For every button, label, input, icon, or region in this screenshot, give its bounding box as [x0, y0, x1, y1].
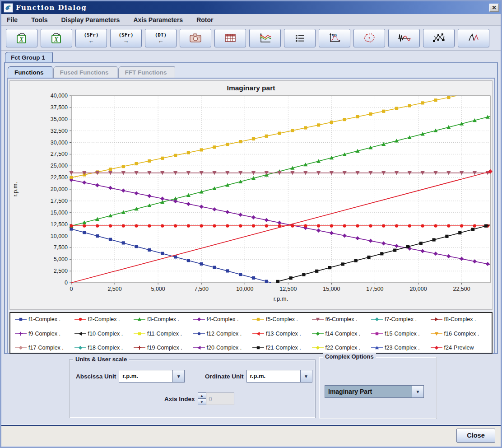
legend-label: f11-Complex . — [147, 331, 182, 337]
legend-item-2: f2-Complex . — [74, 316, 134, 322]
list-button[interactable] — [284, 29, 316, 47]
abscissa-unit-select[interactable]: r.p.m. — [119, 370, 185, 383]
legend-item-3: f3-Complex . — [134, 316, 193, 322]
svg-text:40,000: 40,000 — [51, 93, 68, 99]
dt-import-button[interactable]: (DT)← — [145, 29, 177, 47]
legend-item-5: f5-Complex . — [252, 316, 312, 322]
triangle-left-marker-icon — [193, 345, 205, 350]
orbit-button[interactable] — [353, 29, 385, 47]
chart-legend: f1-Complex .f2-Complex .f3-Complex .f4-C… — [9, 312, 493, 354]
chevron-down-icon[interactable] — [300, 370, 312, 382]
svg-text:32,500: 32,500 — [51, 128, 68, 134]
arrow-icon: ← — [158, 38, 164, 44]
legend-label: f8-Complex . — [444, 316, 476, 322]
complex-options-group: Complex Options Imaginary Part — [319, 357, 437, 419]
chevron-down-icon[interactable] — [172, 370, 184, 382]
svg-text:r.p.m.: r.p.m. — [12, 182, 19, 197]
waveform-button[interactable] — [388, 29, 420, 47]
group-tab-row: Fct Group 1 — [1, 51, 501, 62]
svg-text:22,500: 22,500 — [453, 286, 470, 292]
app-icon — [4, 3, 13, 13]
excel-import-button[interactable]: X — [6, 29, 37, 47]
ordinate-unit-select[interactable]: r.p.m. — [246, 370, 312, 383]
legend-item-11: f11-Complex . — [134, 331, 193, 337]
legend-label: f16-Complex . — [444, 331, 479, 337]
complex-part-select[interactable]: Imaginary Part — [325, 385, 424, 398]
svg-text:12,500: 12,500 — [279, 286, 297, 292]
svg-text:r.p.m.: r.p.m. — [274, 295, 288, 302]
sfr-import-button[interactable]: (SFr)← — [75, 29, 107, 47]
curves-button[interactable] — [249, 29, 281, 47]
legend-item-9: f9-Complex . — [15, 331, 74, 337]
tab-fft-functions: FFT Functions — [118, 66, 176, 78]
menu-file[interactable]: File — [7, 16, 18, 23]
legend-label: f9-Complex . — [28, 331, 60, 337]
triangle-up-marker-icon — [134, 317, 145, 322]
peak-button[interactable] — [458, 29, 489, 47]
window-title: Function Dialog — [16, 4, 489, 12]
svg-text:5,000: 5,000 — [54, 256, 68, 262]
menu-rotor[interactable]: Rotor — [196, 16, 213, 23]
chevron-down-icon[interactable] — [412, 386, 423, 397]
excel-export-button[interactable]: X — [41, 29, 72, 47]
tab-functions[interactable]: Functions — [8, 66, 52, 78]
sfr-import-button-label: (SFr) — [84, 33, 98, 37]
legend-label: f18-Complex . — [88, 345, 123, 351]
legend-item-10: f10-Complex . — [74, 331, 134, 337]
diamond-marker-icon — [74, 345, 86, 350]
menu-bar: FileToolsDisplay ParametersAxis Paramete… — [1, 14, 501, 26]
diamond-marker-icon — [312, 345, 324, 350]
excel-right-icon: X — [50, 32, 63, 44]
abscissa-unit-label: Abscissa Unit — [76, 373, 116, 380]
sfr-export-button[interactable]: (SFr)→ — [110, 29, 142, 47]
svg-text:0: 0 — [65, 280, 68, 286]
snapshot-button[interactable] — [180, 29, 211, 47]
legend-label: f1-Complex . — [28, 316, 60, 322]
square-marker-icon — [371, 331, 383, 336]
tab-fused-functions: Fused Functions — [53, 66, 117, 78]
legend-item-14: f14-Complex . — [312, 331, 372, 337]
data-table-button[interactable] — [214, 29, 246, 47]
legend-label: f20-Complex . — [207, 345, 242, 351]
close-window-icon[interactable] — [489, 4, 499, 12]
peak-icon — [467, 33, 480, 43]
orbit-icon — [363, 33, 376, 43]
legend-item-22: f22-Complex . — [312, 345, 372, 351]
spinner-down-icon[interactable] — [198, 399, 206, 405]
square-marker-icon — [252, 317, 264, 322]
table-icon — [224, 33, 236, 43]
menu-tools[interactable]: Tools — [31, 16, 47, 23]
functions-tab-content: Imaginary part 02,5005,0007,50010,00012,… — [7, 78, 495, 354]
legend-item-16: f16-Complex . — [431, 331, 490, 337]
triangle-down-marker-icon — [431, 331, 442, 336]
legend-label: f14-Complex . — [325, 331, 361, 337]
menu-display-parameters[interactable]: Display Parameters — [61, 16, 120, 23]
svg-text:27,500: 27,500 — [51, 151, 68, 157]
spinner-up-icon[interactable] — [198, 392, 206, 399]
svg-text:22,500: 22,500 — [51, 174, 68, 181]
complex-part-value: Imaginary Part — [325, 386, 412, 397]
triangle-down-marker-icon — [312, 317, 324, 322]
function-plot-button[interactable]: f(x) — [319, 29, 350, 47]
diamond-marker-icon — [193, 317, 205, 322]
menu-axis-parameters[interactable]: Axis Parameters — [133, 16, 183, 23]
function-dialog-window: Function Dialog FileToolsDisplay Paramet… — [0, 0, 502, 448]
legend-item-12: f12-Complex . — [193, 331, 253, 337]
triangle-up-marker-icon — [371, 345, 383, 350]
svg-text:17,500: 17,500 — [51, 198, 68, 204]
tab-fct-group-1[interactable]: Fct Group 1 — [5, 52, 53, 62]
svg-text:10,000: 10,000 — [236, 286, 253, 292]
legend-label: f13-Complex . — [266, 331, 301, 337]
svg-text:7,500: 7,500 — [195, 286, 209, 292]
close-button[interactable]: Close — [456, 429, 495, 443]
abscissa-unit-value: r.p.m. — [119, 370, 172, 382]
legend-item-19: f19-Complex . — [134, 345, 193, 351]
chart: Imaginary part 02,5005,0007,50010,00012,… — [9, 80, 493, 310]
legend-label: f5-Complex . — [266, 316, 298, 322]
svg-text:20,000: 20,000 — [409, 286, 427, 292]
legend-item-4: f4-Complex . — [193, 316, 253, 322]
units-user-scale-group: Units & User scale Abscissa Unit r.p.m. … — [69, 359, 316, 418]
markers-button[interactable] — [423, 29, 455, 47]
legend-item-23: f23-Complex . — [371, 345, 431, 351]
legend-label: f10-Complex . — [88, 331, 123, 337]
